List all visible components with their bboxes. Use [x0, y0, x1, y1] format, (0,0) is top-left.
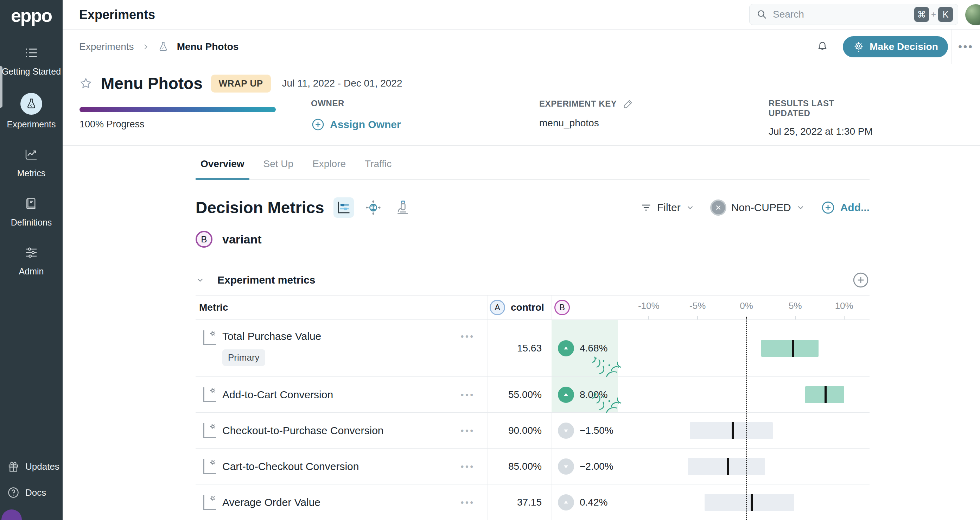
confidence-interval-bar [705, 494, 794, 511]
global-impact-view-button[interactable] [363, 197, 383, 218]
table-row: Checkout-to-Purchase Conversion ••• 90.0… [196, 413, 870, 448]
decision-metrics-controls: Filter Non-CUPED Add... [640, 199, 870, 216]
status-badge: WRAP UP [211, 75, 271, 92]
globe-arrows-icon [365, 199, 381, 216]
metric-gear-icon [203, 423, 216, 438]
control-label: control [511, 302, 544, 313]
results-updated-label: RESULTS LAST UPDATED [768, 99, 854, 118]
plus-circle-icon [821, 200, 835, 215]
assign-owner-button[interactable]: Assign Owner [311, 118, 401, 132]
axis-tick-label: -10% [638, 301, 660, 312]
variant-b-badge: B [196, 231, 212, 248]
sidebar-item-updates[interactable]: Updates [7, 460, 63, 473]
metric-cell: Cart-to-Checkout Conversion ••• [196, 448, 488, 484]
axis-tick-mark [648, 316, 649, 320]
top-header: Experiments ⌘ + K [63, 0, 980, 30]
add-metric-to-group-button[interactable] [852, 271, 870, 289]
tab-overview[interactable]: Overview [196, 152, 250, 180]
chevron-down-icon [796, 203, 805, 212]
axis-tick-label: 0% [740, 301, 753, 312]
shortcut-joiner: + [931, 10, 936, 19]
chevron-collapse-icon[interactable] [196, 275, 205, 285]
chevron-right-icon [142, 43, 150, 51]
deep-dive-view-button[interactable] [393, 197, 413, 218]
forest-plot-view-button[interactable] [334, 197, 354, 218]
row-menu-button[interactable]: ••• [461, 390, 475, 400]
sidebar-item-metrics[interactable]: Metrics [0, 145, 63, 178]
control-value: 15.63 [488, 320, 552, 377]
lift-chart-cell [618, 413, 870, 448]
make-decision-zone: Make Decision [839, 30, 952, 64]
add-metric-button[interactable]: Add... [821, 200, 870, 215]
plus-circle-icon [311, 118, 325, 132]
lift-direction-icon [558, 458, 574, 475]
metric-name[interactable]: Cart-to-Checkout Conversion [222, 461, 359, 472]
metric-name[interactable]: Checkout-to-Purchase Conversion [222, 425, 384, 437]
variant-row: B variant [196, 231, 262, 248]
breadcrumb-bar: Experiments Menu Photos [63, 30, 980, 64]
row-menu-button[interactable]: ••• [461, 426, 475, 436]
sidebar-item-label: Updates [25, 461, 59, 472]
table-row: Total Purchase Value ••• Primary 15.63 4… [196, 320, 870, 377]
experiment-date-range: Jul 11, 2022 - Dec 01, 2022 [282, 78, 402, 89]
sliders-icon [22, 243, 40, 262]
x-circle-icon [710, 199, 726, 216]
tab-explore[interactable]: Explore [307, 152, 351, 180]
sidebar-nav: Getting Started Experiments [0, 44, 63, 293]
metric-gear-icon [203, 330, 216, 345]
sidebar-item-definitions[interactable]: Definitions [0, 194, 63, 227]
assign-owner-label: Assign Owner [330, 119, 401, 130]
row-menu-button[interactable]: ••• [461, 331, 475, 341]
notifications-button[interactable] [805, 30, 839, 64]
flask-icon [157, 41, 169, 53]
lift-marker [792, 340, 794, 357]
favorite-star-icon[interactable] [79, 77, 92, 90]
sidebar-item-admin[interactable]: Admin [0, 243, 63, 277]
search-input[interactable] [773, 9, 914, 20]
metrics-table: Metric A control B -10%-5%0%5%10% Total … [196, 295, 870, 520]
tab-set-up[interactable]: Set Up [259, 152, 299, 180]
breadcrumb: Experiments Menu Photos [79, 41, 239, 53]
decision-metrics-title: Decision Metrics [196, 198, 325, 217]
metric-name[interactable]: Average Order Value [222, 496, 320, 508]
metric-name[interactable]: Total Purchase Value [222, 330, 321, 342]
edit-pencil-icon[interactable] [623, 99, 633, 109]
search-box[interactable]: ⌘ + K [749, 4, 958, 25]
breadcrumb-experiments-link[interactable]: Experiments [79, 41, 134, 52]
lift-direction-icon [558, 386, 574, 403]
row-menu-button[interactable]: ••• [461, 461, 475, 471]
experiment-metrics-group: Experiment metrics [196, 268, 870, 292]
cuped-dropdown[interactable]: Non-CUPED [710, 199, 805, 216]
question-icon [7, 486, 20, 499]
table-header: Metric A control B -10%-5%0%5%10% [196, 296, 870, 320]
eppo-logo: eppo [11, 5, 52, 26]
user-avatar[interactable] [965, 4, 980, 25]
make-decision-button[interactable]: Make Decision [843, 36, 948, 57]
view-toggle-group [334, 197, 413, 218]
lift-marker [824, 386, 827, 403]
lift-direction-icon [558, 494, 574, 510]
metric-name[interactable]: Add-to-Cart Conversion [222, 389, 333, 401]
slider-chart-icon [336, 200, 352, 215]
experiment-tabs: Overview Set Up Explore Traffic [196, 152, 870, 180]
sidebar-item-docs[interactable]: Docs [7, 486, 63, 499]
filter-dropdown[interactable]: Filter [640, 202, 695, 213]
book-icon [22, 194, 40, 213]
list-icon [22, 44, 40, 62]
experiment-header: Menu Photos WRAP UP Jul 11, 2022 - Dec 0… [63, 64, 980, 146]
sidebar-item-getting-started[interactable]: Getting Started [0, 44, 63, 77]
variant-label: variant [222, 232, 262, 246]
owner-section: OWNER Assign Owner [311, 99, 401, 132]
more-options-button[interactable]: ••• [952, 30, 980, 64]
lift-cell: −1.50% [552, 413, 618, 448]
control-value: 90.00% [488, 413, 552, 448]
sidebar-item-experiments[interactable]: Experiments [0, 93, 63, 129]
table-row: Add-to-Cart Conversion ••• 55.00% 8.00% [196, 377, 870, 413]
metric-cell: Add-to-Cart Conversion ••• [196, 377, 488, 412]
lift-chart-cell [618, 485, 870, 520]
lift-cell: 4.68% [552, 320, 618, 377]
group-title: Experiment metrics [217, 274, 315, 286]
row-menu-button[interactable]: ••• [461, 498, 475, 507]
metric-cell: Total Purchase Value ••• Primary [196, 320, 488, 377]
tab-traffic[interactable]: Traffic [360, 152, 396, 180]
